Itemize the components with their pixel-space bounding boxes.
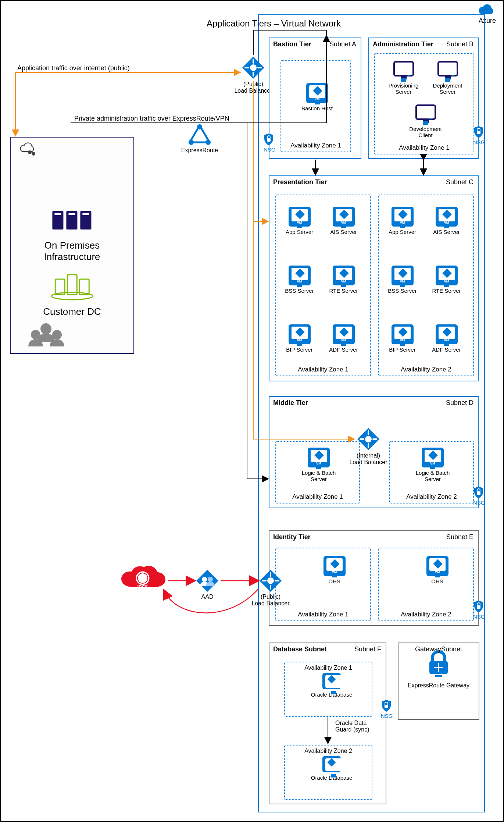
pres-az2-adf: VMADF Server <box>429 324 464 353</box>
svg-point-30 <box>267 577 274 584</box>
svg-rect-6 <box>68 213 75 215</box>
svg-point-16 <box>197 124 202 129</box>
admin-nsg-icon <box>474 126 483 138</box>
id-az1-vm: VMOHS <box>317 556 352 584</box>
svg-rect-19 <box>267 138 271 142</box>
mid-az2-vm: VMLogic & Batch Server <box>407 448 458 483</box>
servers-green-icon <box>43 270 101 305</box>
bastion-subnet: Subnet A <box>329 40 356 48</box>
svg-rect-10 <box>67 275 77 295</box>
mid-subnet: Subnet D <box>446 399 473 407</box>
gateway-tier: GatewaySubnet ExpressRoute Gateway <box>398 643 479 720</box>
svg-rect-7 <box>82 213 89 215</box>
onprem-box: On Premises Infrastructure Customer DC <box>10 137 134 354</box>
pres-subnet: Subnet C <box>446 178 473 186</box>
svg-point-8 <box>51 292 93 300</box>
aad-label: AAD <box>171 594 244 600</box>
pres-az1-bip: VMBIP Server <box>282 324 317 353</box>
pres-az1-bss: VMBSS Server <box>282 266 317 294</box>
diagram-canvas: Azure Application Tiers – Virtual Networ… <box>0 0 504 822</box>
admin-az: Provisioning Server Deployment Server De… <box>374 53 474 154</box>
db-title: Database Subnet <box>273 645 327 653</box>
mid-az2-label: Availability Zone 2 <box>390 493 473 501</box>
people-icon <box>25 321 67 348</box>
svg-point-17 <box>189 140 194 145</box>
pres-az1-app: VMApp Server <box>282 207 317 235</box>
db-az1-label: Availability Zone 1 <box>304 665 352 671</box>
devc-label: Development Client <box>408 126 443 139</box>
admin-subnet: Subnet B <box>446 40 473 48</box>
bastion-title: Bastion Tier <box>273 40 311 48</box>
vnet-title: Application Tiers – Virtual Network <box>207 18 341 29</box>
admin-az-label: Availability Zone 1 <box>375 144 473 152</box>
pres-az1-ais: VMAIS Server <box>326 207 361 235</box>
customer-dc-label: Customer DC <box>43 306 101 317</box>
svg-rect-5 <box>54 213 61 215</box>
svg-rect-26 <box>477 131 480 134</box>
development-client: Development Client <box>408 104 443 139</box>
id-subnet: Subnet E <box>446 533 473 541</box>
id-nsg-icon <box>474 600 483 613</box>
public-traffic-label: Application traffic over internet (publi… <box>17 64 130 72</box>
private-traffic-label: Private administration traffic over Expr… <box>74 115 229 122</box>
id-az2-vm: VMOHS <box>420 556 455 584</box>
provisioning-server: Provisioning Server <box>386 60 421 95</box>
mid-az1-label: Availability Zone 1 <box>276 493 359 501</box>
db-sync-label: Oracle Data Guard (sync) <box>335 720 369 733</box>
gw-title: GatewaySubnet <box>398 645 479 653</box>
id-az2-label: Availability Zone 2 <box>379 611 473 618</box>
mid-az1-vm: VMLogic & Batch Server <box>293 448 344 483</box>
db-nsg-label: NSG <box>381 713 393 719</box>
svg-rect-20 <box>394 62 413 76</box>
svg-text:IDCS: IDCS <box>137 584 148 590</box>
svg-rect-21 <box>401 76 407 79</box>
svg-rect-24 <box>416 105 435 119</box>
onprem-infra-label: On Premises Infrastructure <box>44 240 100 263</box>
svg-rect-22 <box>438 62 457 76</box>
pres-az1-label: Availability Zone 1 <box>276 366 370 373</box>
customer-dc: Customer DC <box>43 270 101 317</box>
internal-lb-icon <box>357 427 380 451</box>
svg-point-35 <box>208 577 213 582</box>
id-nsg-label: NSG <box>473 613 485 620</box>
svg-point-13 <box>40 323 51 334</box>
bastion-host-label: Bastion Host <box>300 105 335 111</box>
identity-lb-icon <box>259 569 282 593</box>
bastion-az: VM Bastion Host Availability Zone 1 <box>280 60 351 152</box>
db-az2-vm: VMOracle Database <box>310 756 354 781</box>
db-az1-vm: VMOracle Database <box>310 673 354 698</box>
expressroute-icon <box>187 124 212 146</box>
pres-az2-bip: VMBIP Server <box>385 324 420 353</box>
pres-az2-ais: VMAIS Server <box>429 207 464 235</box>
pres-az1-rte: VMRTE Server <box>326 266 361 294</box>
svg-point-34 <box>202 577 207 582</box>
bastion-host-vm: VM Bastion Host <box>300 83 335 111</box>
pres-az2-label: Availability Zone 2 <box>379 366 473 373</box>
svg-point-27 <box>365 436 372 442</box>
gw-node-label: ExpressRoute Gateway <box>398 682 479 689</box>
svg-rect-23 <box>445 76 451 79</box>
id-az1-label: Availability Zone 1 <box>276 611 370 618</box>
bastion-nsg-icon <box>264 133 274 146</box>
svg-rect-29 <box>477 605 480 609</box>
aad-icon <box>196 569 219 593</box>
svg-point-18 <box>205 140 211 145</box>
db-nsg-icon <box>382 700 391 712</box>
svg-rect-28 <box>477 491 480 495</box>
depl-label: Deployment Server <box>430 82 465 95</box>
mid-nsg-icon <box>474 486 483 499</box>
svg-point-14 <box>52 330 62 339</box>
bastion-az-label: Availability Zone 1 <box>281 142 350 149</box>
identity-lb-label: (Public) Load Balancer <box>234 594 307 607</box>
public-lb-icon <box>242 56 265 79</box>
svg-rect-36 <box>385 705 388 708</box>
gateway-lock-icon <box>424 650 453 679</box>
idcs-icon: IDCS <box>118 564 166 597</box>
id-title: Identity Tier <box>273 533 311 541</box>
prov-label: Provisioning Server <box>386 82 421 95</box>
servers-blue-icon <box>44 204 100 238</box>
bastion-tier: Bastion Tier Subnet A VM Bastion Host Av… <box>269 38 361 159</box>
pres-az2-rte: VMRTE Server <box>429 266 464 294</box>
svg-point-0 <box>28 150 32 154</box>
svg-point-1 <box>32 152 35 156</box>
